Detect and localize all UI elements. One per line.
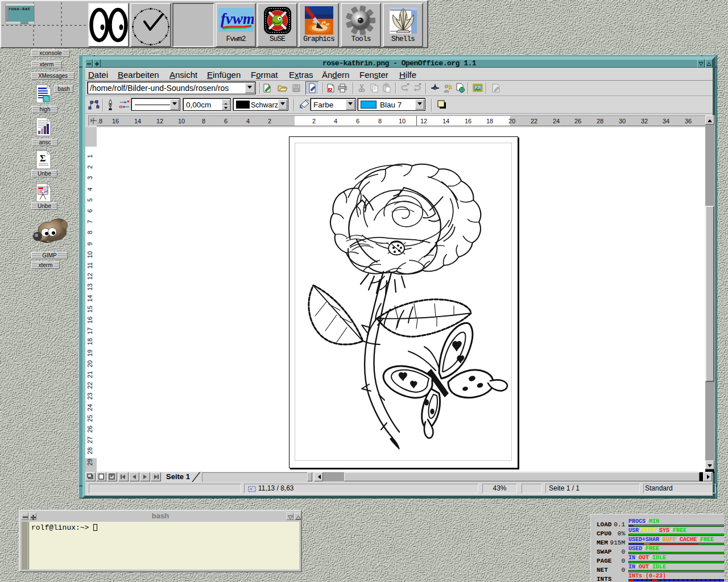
svg-text:rose-kat: rose-kat bbox=[9, 6, 31, 11]
svg-text:Seite 1: Seite 1 bbox=[166, 472, 190, 481]
svg-text:fvwm: fvwm bbox=[221, 10, 254, 27]
